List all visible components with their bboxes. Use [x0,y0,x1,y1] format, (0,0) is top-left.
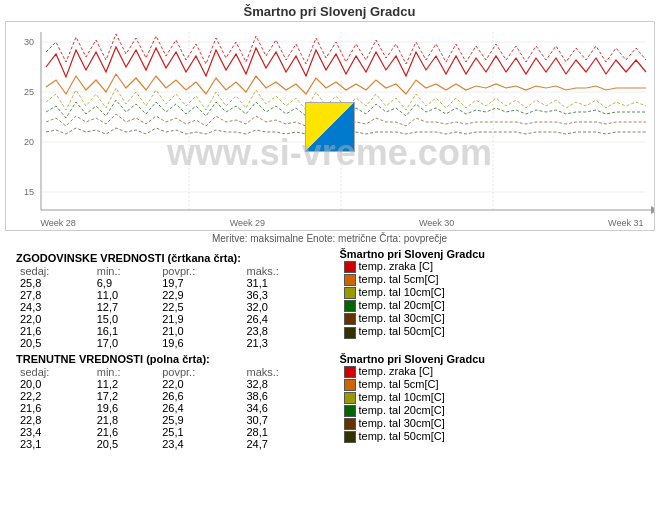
table-row: 22,0 15,0 21,9 26,4 [16,313,326,325]
list-item: temp. tal 5cm[C] [340,273,644,286]
curr-r5-maks: 24,7 [242,438,325,450]
curr-r2-maks: 34,6 [242,402,325,414]
curr-color-1 [344,379,356,391]
list-item: temp. tal 10cm[C] [340,391,644,404]
curr-r2-sedaj: 21,6 [16,402,93,414]
curr-r1-maks: 38,6 [242,390,325,402]
curr-col-povpr: povpr.: [158,366,242,378]
table-row: 27,8 11,0 22,9 36,3 [16,289,326,301]
table-row: 22,8 21,8 25,9 30,7 [16,414,326,426]
curr-r4-sedaj: 23,4 [16,426,93,438]
table-row: 23,4 21,6 25,1 28,1 [16,426,326,438]
curr-r4-maks: 28,1 [242,426,325,438]
hist-station: Šmartno pri Slovenj Gradcu [340,248,644,260]
curr-col-sedaj: sedaj: [16,366,93,378]
svg-text:15: 15 [23,187,33,197]
main-container: Šmartno pri Slovenj Gradcu 30 25 20 15 [0,0,659,456]
hist-r3-maks: 26,4 [242,313,325,325]
list-item: temp. tal 20cm[C] [340,299,644,312]
hist-color-0 [344,261,356,273]
list-item: temp. tal 20cm[C] [340,404,644,417]
hist-color-1 [344,274,356,286]
list-item: temp. tal 30cm[C] [340,312,644,325]
table-row: 22,2 17,2 26,6 38,6 [16,390,326,402]
historic-table: sedaj: min.: povpr.: maks.: 25,8 6,9 19,… [16,265,326,349]
chart-title: Šmartno pri Slovenj Gradcu [4,4,655,19]
table-row: 23,1 20,5 23,4 24,7 [16,438,326,450]
combined-table: ZGODOVINSKE VREDNOSTI (črtkana črta): se… [12,248,647,450]
table-row: 21,6 16,1 21,0 23,8 [16,325,326,337]
hist-r5-maks: 21,3 [242,337,325,349]
hist-col-min: min.: [93,265,158,277]
hist-r3-sedaj: 22,0 [16,313,93,325]
week-30-label: Week 30 [419,218,454,228]
curr-r1-min: 17,2 [93,390,158,402]
hist-color-4 [344,313,356,325]
historic-title: ZGODOVINSKE VREDNOSTI (črtkana črta): [16,252,326,264]
hist-r5-povpr: 19,6 [158,337,242,349]
curr-color-3 [344,405,356,417]
curr-station: Šmartno pri Slovenj Gradcu [340,353,644,365]
chart-area: 30 25 20 15 Week 28 [5,21,655,231]
hist-r1-maks: 36,3 [242,289,325,301]
curr-r5-sedaj: 23,1 [16,438,93,450]
current-title: TRENUTNE VREDNOSTI (polna črta): [16,353,326,365]
curr-r3-povpr: 25,9 [158,414,242,426]
hist-r3-povpr: 21,9 [158,313,242,325]
curr-r4-min: 21,6 [93,426,158,438]
curr-legend-table: temp. zraka [C] temp. tal 5cm[C] temp. t… [340,365,644,444]
curr-r3-min: 21,8 [93,414,158,426]
list-item: temp. tal 10cm[C] [340,286,644,299]
table-row: 20,0 11,2 22,0 32,8 [16,378,326,390]
curr-r2-min: 19,6 [93,402,158,414]
curr-r0-povpr: 22,0 [158,378,242,390]
curr-color-2 [344,392,356,404]
hist-r4-sedaj: 21,6 [16,325,93,337]
curr-r0-maks: 32,8 [242,378,325,390]
chart-footer: Meritve: maksimalne Enote: metrične Črta… [4,233,655,244]
hist-r1-min: 11,0 [93,289,158,301]
curr-col-min: min.: [93,366,158,378]
svg-text:20: 20 [23,137,33,147]
hist-r1-sedaj: 27,8 [16,289,93,301]
curr-r3-maks: 30,7 [242,414,325,426]
hist-color-3 [344,300,356,312]
hist-r2-maks: 32,0 [242,301,325,313]
hist-r0-sedaj: 25,8 [16,277,93,289]
data-section: ZGODOVINSKE VREDNOSTI (črtkana črta): se… [4,246,655,452]
svg-text:25: 25 [23,87,33,97]
table-row: 24,3 12,7 22,5 32,0 [16,301,326,313]
curr-r1-povpr: 26,6 [158,390,242,402]
hist-r3-min: 15,0 [93,313,158,325]
hist-col-povpr: povpr.: [158,265,242,277]
week-labels: Week 28 Week 29 Week 30 Week 31 [41,218,644,228]
curr-col-maks: maks.: [242,366,325,378]
curr-r4-povpr: 25,1 [158,426,242,438]
hist-r2-min: 12,7 [93,301,158,313]
hist-col-sedaj: sedaj: [16,265,93,277]
list-item: temp. tal 5cm[C] [340,378,644,391]
list-item: temp. tal 30cm[C] [340,417,644,430]
hist-r5-sedaj: 20,5 [16,337,93,349]
curr-r0-min: 11,2 [93,378,158,390]
hist-r5-min: 17,0 [93,337,158,349]
list-item: temp. zraka [C] [340,260,644,273]
table-row: 20,5 17,0 19,6 21,3 [16,337,326,349]
hist-r4-povpr: 21,0 [158,325,242,337]
curr-r0-sedaj: 20,0 [16,378,93,390]
hist-r4-maks: 23,8 [242,325,325,337]
curr-color-0 [344,366,356,378]
hist-r2-povpr: 22,5 [158,301,242,313]
svg-text:30: 30 [23,37,33,47]
curr-r1-sedaj: 22,2 [16,390,93,402]
list-item: temp. tal 50cm[C] [340,325,644,338]
week-29-label: Week 29 [230,218,265,228]
curr-color-5 [344,431,356,443]
hist-legend-table: temp. zraka [C] temp. tal 5cm[C] temp. t… [340,260,644,339]
week-28-label: Week 28 [41,218,76,228]
table-row: 21,6 19,6 26,4 34,6 [16,402,326,414]
list-item: temp. zraka [C] [340,365,644,378]
curr-r2-povpr: 26,4 [158,402,242,414]
hist-r2-sedaj: 24,3 [16,301,93,313]
week-31-label: Week 31 [608,218,643,228]
